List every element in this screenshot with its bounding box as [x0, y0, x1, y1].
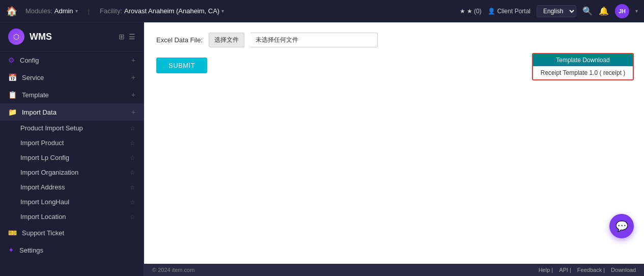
chat-icon: 💬 [615, 220, 628, 232]
feedback-link[interactable]: Feedback | [577, 267, 605, 273]
sidebar: ⬡ WMS ⊞ ☰ ⚙ Config + 📅 Service + 📋 Templ… [0, 22, 144, 276]
nav-right-section: ★ ★ (0) 👤 Client Portal English 🔍 🔔 JH ▾ [460, 4, 638, 18]
person-icon: 👤 [488, 8, 495, 15]
copyright-text: © 2024 item.com [152, 267, 194, 273]
sidebar-subitem-import-organization[interactable]: Import Organization ☆ [0, 165, 144, 180]
facility-value: Arovast Anaheim (Anaheim, CA) [124, 7, 219, 15]
sidebar-subitem-import-product[interactable]: Import Product ☆ [0, 135, 144, 150]
import-product-label: Import Product [20, 139, 125, 147]
config-plus-icon[interactable]: + [131, 56, 135, 64]
service-plus-icon[interactable]: + [131, 73, 135, 81]
support-ticket-icon: 🎫 [8, 229, 17, 237]
nav-separator-1: | [88, 7, 90, 15]
import-lp-config-label: Import Lp Config [20, 154, 125, 161]
import-longhaul-label: Import LongHaul [20, 198, 125, 206]
sidebar-subitem-import-lp-config[interactable]: Import Lp Config ☆ [0, 150, 144, 165]
help-link[interactable]: Help | [539, 267, 553, 273]
grid-icon[interactable]: ⊞ [119, 33, 125, 41]
excel-data-file-label: Excel Data File: [156, 36, 203, 44]
sidebar-subitem-import-address[interactable]: Import Address ☆ [0, 180, 144, 195]
import-address-star-icon[interactable]: ☆ [130, 184, 135, 191]
content-body: Excel Data File: 选择文件 未选择任何文件 SUBMIT Tem… [144, 22, 644, 264]
template-icon: 📋 [8, 91, 17, 99]
content-area: Excel Data File: 选择文件 未选择任何文件 SUBMIT Tem… [144, 22, 644, 276]
file-name-display: 未选择任何文件 [250, 33, 378, 47]
top-navbar: 🏠 Modules: Admin ▾ | Facility: Arovast A… [0, 0, 644, 22]
modules-selector: Modules: Admin ▾ [25, 7, 78, 15]
modules-value: Admin [54, 7, 73, 15]
main-layout: ⬡ WMS ⊞ ☰ ⚙ Config + 📅 Service + 📋 Templ… [0, 22, 644, 276]
user-avatar[interactable]: JH [615, 4, 629, 18]
search-button[interactable]: 🔍 [582, 6, 593, 16]
excel-file-form-row: Excel Data File: 选择文件 未选择任何文件 [156, 33, 632, 47]
user-menu-chevron-icon[interactable]: ▾ [635, 8, 638, 14]
client-portal-label: Client Portal [497, 8, 530, 15]
sidebar-item-config-label: Config [20, 57, 126, 64]
config-icon: ⚙ [8, 56, 15, 64]
sidebar-subitem-import-location[interactable]: Import Location ☆ [0, 209, 144, 224]
content-footer: © 2024 item.com Help | API | Feedback | … [144, 264, 644, 276]
sidebar-item-service-label: Service [22, 74, 126, 81]
language-selector[interactable]: English [537, 5, 576, 17]
logo-text: WMS [30, 32, 52, 42]
template-download-box: Template Download Receipt Template 1.0 (… [532, 53, 634, 80]
sidebar-item-import-data[interactable]: 📁 Import Data + [0, 103, 144, 121]
home-icon[interactable]: 🏠 [6, 6, 17, 17]
sidebar-item-template-label: Template [22, 91, 126, 99]
import-organization-star-icon[interactable]: ☆ [130, 169, 135, 176]
sidebar-item-service[interactable]: 📅 Service + [0, 69, 144, 86]
import-organization-label: Import Organization [20, 169, 125, 176]
import-location-star-icon[interactable]: ☆ [130, 213, 135, 220]
template-plus-icon[interactable]: + [131, 91, 135, 99]
import-address-label: Import Address [20, 183, 125, 191]
service-icon: 📅 [8, 73, 17, 81]
modules-chevron-icon[interactable]: ▾ [75, 8, 78, 14]
support-ticket-label: Support Ticket [22, 229, 135, 237]
settings-icon: ✦ [8, 246, 14, 254]
sidebar-item-import-data-label: Import Data [22, 108, 126, 116]
settings-label: Settings [19, 246, 135, 254]
facility-selector: Facility: Arovast Anaheim (Anaheim, CA) … [100, 7, 224, 15]
client-portal-button[interactable]: 👤 Client Portal [488, 8, 530, 15]
sidebar-item-settings[interactable]: ✦ Settings [0, 241, 144, 259]
star-icon: ★ [460, 8, 465, 15]
import-longhaul-star-icon[interactable]: ☆ [130, 199, 135, 206]
sidebar-item-support-ticket[interactable]: 🎫 Support Ticket [0, 224, 144, 241]
facility-chevron-icon[interactable]: ▾ [221, 8, 224, 14]
sidebar-logo: ⬡ WMS ⊞ ☰ [0, 22, 144, 51]
download-link[interactable]: Download [611, 267, 636, 273]
submit-button[interactable]: SUBMIT [156, 58, 207, 73]
chat-fab-button[interactable]: 💬 [609, 214, 634, 238]
import-lp-config-star-icon[interactable]: ☆ [130, 154, 135, 161]
footer-links: Help | API | Feedback | Download [539, 267, 636, 273]
star-count: ★ (0) [467, 8, 482, 15]
favorites-button[interactable]: ★ ★ (0) [460, 8, 482, 15]
api-link[interactable]: API | [559, 267, 571, 273]
logo-icon: ⬡ [8, 29, 24, 45]
import-data-icon: 📁 [8, 108, 17, 116]
menu-icon[interactable]: ☰ [129, 33, 135, 41]
sidebar-subitem-product-import-setup[interactable]: Product Import Setup ☆ [0, 121, 144, 135]
import-data-plus-icon[interactable]: + [131, 108, 135, 116]
modules-label: Modules: [25, 7, 52, 15]
facility-label: Facility: [100, 7, 122, 15]
sidebar-logo-controls: ⊞ ☰ [119, 33, 135, 41]
template-download-header: Template Download [533, 54, 633, 66]
avatar-initials: JH [619, 8, 626, 14]
receipt-template-link[interactable]: Receipt Template 1.0 ( receipt ) [533, 66, 633, 79]
import-location-label: Import Location [20, 213, 125, 220]
notifications-button[interactable]: 🔔 [599, 6, 609, 16]
product-import-setup-star-icon[interactable]: ☆ [130, 125, 135, 132]
sidebar-item-config[interactable]: ⚙ Config + [0, 51, 144, 69]
sidebar-item-template[interactable]: 📋 Template + [0, 86, 144, 103]
sidebar-subitem-import-longhaul[interactable]: Import LongHaul ☆ [0, 195, 144, 209]
product-import-setup-label: Product Import Setup [20, 124, 125, 132]
import-product-star-icon[interactable]: ☆ [130, 140, 135, 147]
choose-file-button[interactable]: 选择文件 [209, 33, 244, 47]
